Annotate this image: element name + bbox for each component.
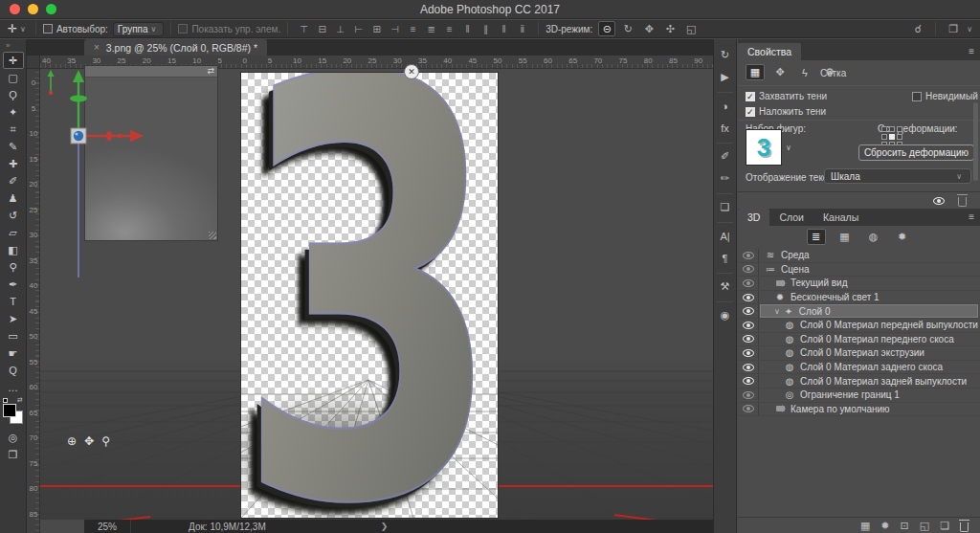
autoselect-dropdown[interactable]: Группа∨	[113, 22, 165, 36]
tree-row[interactable]: ◍Слой 0 Материал задней выпуклости	[738, 374, 980, 389]
default-swatches-icon[interactable]	[3, 398, 8, 403]
light-handle-marker[interactable]: ✕	[404, 64, 419, 79]
tree-row[interactable]: ◍Слой 0 Материал переднего скоса	[738, 333, 980, 347]
history-panel-icon[interactable]: ↻	[715, 45, 735, 65]
actions-panel-icon[interactable]: ▶	[715, 67, 735, 87]
eye-icon[interactable]	[743, 265, 754, 273]
brushes-panel-icon[interactable]: ✏	[715, 168, 735, 189]
properties-panel-icon[interactable]: ◉	[715, 305, 735, 325]
visibility-cell[interactable]	[738, 389, 759, 402]
deform-axis-cell[interactable]	[881, 134, 887, 140]
dodge-tool[interactable]: ⚲	[3, 258, 24, 276]
distribute-vertical-centers-icon[interactable]: ≣	[424, 21, 438, 36]
tree-row[interactable]: ≔Сцена	[738, 263, 980, 278]
paragraph-panel-icon[interactable]: ¶	[715, 248, 735, 268]
new-constraint-icon[interactable]: ◱	[920, 520, 929, 532]
reset-deformation-button[interactable]: Сбросить деформацию	[858, 144, 974, 161]
crop-tool[interactable]: ⌗	[3, 121, 24, 138]
catch-shadows-checkbox[interactable]	[746, 92, 755, 101]
eye-icon[interactable]	[743, 349, 754, 357]
orbit-3d-camera-icon[interactable]: ⊝	[598, 21, 615, 36]
align-horizontal-centers-icon[interactable]: ⊞	[369, 21, 384, 36]
invisible-checkbox[interactable]	[912, 92, 922, 101]
distribute-bottom-edges-icon[interactable]: ≡	[442, 21, 457, 36]
workspace-caret-icon[interactable]: ∨	[967, 25, 972, 33]
roll-3d-camera-icon[interactable]: ↻	[619, 21, 636, 36]
visibility-cell[interactable]	[738, 304, 759, 318]
deform-axis-cell[interactable]	[889, 134, 895, 140]
marquee-tool[interactable]: ▢	[3, 69, 24, 86]
deform-axis-cell[interactable]	[897, 126, 902, 132]
canvas-area[interactable]: 4035302520151050510152025303540455055606…	[27, 56, 713, 533]
orbit-view-widget-icon[interactable]: ⊕	[67, 434, 77, 448]
tree-row[interactable]: ✹Бесконечный свет 1	[738, 291, 980, 305]
status-menu-chevron-icon[interactable]: ❯	[381, 522, 389, 531]
visibility-cell[interactable]	[738, 249, 759, 262]
new-material-icon[interactable]: ⊡	[901, 520, 909, 532]
search-icon[interactable]: ☌	[909, 21, 926, 36]
document-tab[interactable]: × 3.png @ 25% (Слой 0, RGB/8#) *	[84, 39, 267, 56]
chevron-down-icon[interactable]: ∨	[774, 307, 780, 316]
deform-properties-icon[interactable]: ✥	[770, 64, 790, 80]
visibility-cell[interactable]	[738, 403, 759, 416]
tab-properties[interactable]: Свойства	[738, 43, 801, 60]
tab-channels[interactable]: Каналы	[813, 209, 868, 226]
properties-scrollbar[interactable]	[973, 102, 978, 181]
document[interactable]: 3 3 3	[241, 73, 498, 518]
tool-presets-panel-icon[interactable]: ⚒	[715, 277, 735, 297]
tab-layers[interactable]: Слои	[769, 209, 813, 226]
styles-panel-icon[interactable]: fx	[715, 118, 735, 138]
toggle-visibility-icon[interactable]	[933, 197, 945, 205]
eye-icon[interactable]	[743, 405, 754, 412]
healing-brush-tool[interactable]: ✚	[3, 155, 24, 172]
slide-3d-camera-icon[interactable]: ✣	[661, 21, 679, 36]
distribute-left-edges-icon[interactable]: ‖	[460, 21, 475, 36]
color-swatches[interactable]: ⇄	[2, 398, 25, 427]
eye-icon[interactable]	[743, 335, 754, 343]
filter-meshes-icon[interactable]: ▦	[835, 229, 855, 245]
tree-row[interactable]: ◎Ограничение границ 1	[738, 389, 980, 403]
eye-icon[interactable]	[743, 391, 754, 399]
visibility-cell[interactable]	[738, 263, 759, 277]
brush-settings-panel-icon[interactable]: ✐	[715, 146, 735, 167]
filter-lights-icon[interactable]: ✹	[893, 229, 912, 245]
edit-toolbar-button[interactable]: …	[3, 379, 24, 396]
tree-row[interactable]: ≋Среда	[738, 249, 980, 263]
toolbar-expand-button[interactable]: »	[0, 39, 26, 52]
scale-3d-object-icon[interactable]: ◱	[682, 21, 700, 36]
visibility-cell[interactable]	[738, 333, 759, 346]
foreground-color-swatch[interactable]	[3, 404, 16, 417]
panel-menu-icon[interactable]: ≡	[969, 46, 974, 56]
mesh-properties-icon[interactable]: ▦	[746, 64, 765, 80]
workspace-icon[interactable]: ❐	[945, 21, 962, 36]
cap-properties-icon[interactable]: ϟ	[795, 64, 814, 80]
new-layer-icon[interactable]: ❏	[940, 520, 949, 532]
eye-icon[interactable]	[743, 322, 754, 329]
tree-row[interactable]: Текущий вид	[738, 277, 980, 291]
align-left-edges-icon[interactable]: ⊢	[351, 21, 366, 36]
distribute-right-edges-icon[interactable]: ‖	[497, 21, 511, 36]
hand-tool[interactable]: ☛	[3, 344, 24, 362]
quick-mask-button[interactable]: ◎	[3, 429, 24, 446]
visibility-cell[interactable]	[738, 346, 759, 360]
visibility-cell[interactable]	[738, 361, 759, 374]
distribute-spacing-icon[interactable]: ⅱ	[515, 21, 529, 36]
dolly-view-widget-icon[interactable]: ⚲	[101, 434, 110, 448]
tree-row[interactable]: ◍Слой 0 Материал заднего скоса	[738, 361, 980, 375]
secondary-view-resize-handle[interactable]	[209, 232, 216, 239]
path-selection-tool[interactable]: ➤	[3, 310, 24, 327]
new-mesh-icon[interactable]: ▦	[860, 520, 870, 532]
tab-3d[interactable]: 3D	[738, 209, 769, 226]
cast-shadows-checkbox[interactable]	[746, 107, 755, 117]
swap-swatches-icon[interactable]: ⇄	[17, 396, 23, 404]
shape-preset-caret-icon[interactable]: ∨	[783, 129, 794, 166]
adjustments-panel-icon[interactable]: ◑	[715, 96, 735, 116]
autoselect-checkbox[interactable]	[43, 24, 53, 33]
lasso-tool[interactable]: Ϙ	[3, 86, 24, 103]
show-controls-checkbox[interactable]	[178, 24, 188, 33]
gradient-tool[interactable]: ◧	[3, 241, 24, 258]
eye-icon[interactable]	[743, 364, 754, 371]
align-top-edges-icon[interactable]: ⊤	[297, 21, 311, 36]
panel-menu-icon[interactable]: ≡	[969, 211, 974, 222]
quick-selection-tool[interactable]: ✦	[3, 103, 24, 121]
